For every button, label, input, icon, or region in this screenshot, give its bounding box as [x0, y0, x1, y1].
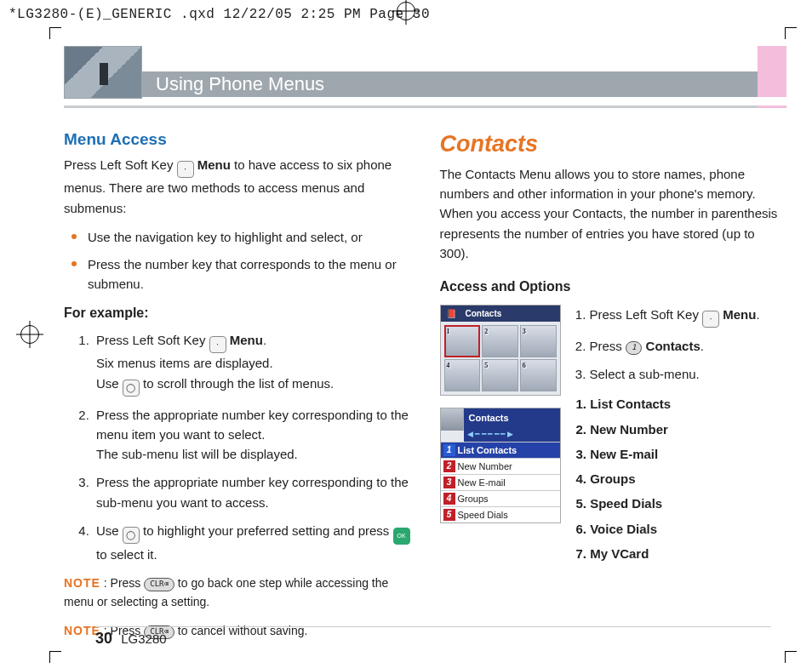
softkey-icon: · — [177, 161, 194, 178]
model-number: LG3280 — [121, 631, 166, 646]
list-item: 6. Voice Dials — [576, 519, 787, 539]
list-item: Press the appropriate number key corresp… — [93, 405, 411, 465]
clr-key-icon: CLR⌫ — [144, 578, 174, 591]
list-item: Press Left Soft Key · Menu. — [590, 305, 787, 328]
column-right: Contacts The Contacts Menu allows you to… — [440, 127, 787, 640]
list-item: 3. New E-mail — [576, 444, 787, 464]
list-item: Select a sub-menu. — [590, 364, 787, 384]
contacts-intro: The Contacts Menu allows you to store na… — [440, 164, 787, 263]
bullet-list: Use the navigation key to highlight and … — [64, 223, 411, 294]
softkey-icon: · — [702, 311, 719, 328]
list-item: Press Left Soft Key · Menu. Six menus it… — [93, 330, 411, 396]
submenu-list: 1. List Contacts 2. New Number 3. New E-… — [573, 394, 787, 563]
page-content: Using Phone Menus Menu Access Press Left… — [64, 46, 786, 640]
crop-mark-icon — [49, 27, 61, 39]
heading-menu-access: Menu Access — [64, 127, 411, 151]
list-item: 4. Groups — [576, 469, 787, 488]
contacts-book-icon — [441, 408, 464, 431]
intro-paragraph: Press Left Soft Key · Menu to have acces… — [64, 155, 411, 218]
column-left: Menu Access Press Left Soft Key · Menu t… — [64, 127, 411, 640]
chapter-banner: Using Phone Menus — [64, 46, 786, 97]
screenshot-main-menu: 📕 Contacts 1 2 3 4 5 6 — [440, 305, 561, 397]
list-item: Use ◯ to highlight your preferred settin… — [93, 521, 411, 564]
list-item: 5. Speed Dials — [576, 494, 787, 513]
numbered-steps: Press Left Soft Key · Menu. Six menus it… — [64, 330, 411, 564]
banner-photo — [64, 46, 142, 99]
heading-example: For example: — [64, 303, 411, 324]
heading-access-options: Access and Options — [440, 277, 787, 298]
access-steps: Press Left Soft Key · Menu. Press 1 Cont… — [573, 305, 787, 576]
ok-key-icon: OK — [393, 528, 410, 545]
crop-mark-icon — [49, 651, 61, 663]
page-footer: 30 LG3280 — [95, 630, 167, 648]
nav-ring-icon: ◯ — [123, 380, 140, 397]
crop-mark-icon — [785, 651, 797, 663]
nav-ring-icon: ◯ — [123, 527, 140, 544]
book-icon: 📕 — [446, 307, 454, 321]
list-item: Use the navigation key to highlight and … — [88, 223, 411, 247]
list-item: 1. List Contacts — [576, 394, 787, 414]
screenshot-contacts-submenu: Contacts ◀ ━ ━ ━ ━ ━ ▶ 1List Contacts 2N… — [440, 408, 561, 523]
registration-mark-icon — [20, 325, 39, 344]
footer-divider — [95, 626, 771, 627]
divider — [64, 106, 786, 108]
list-item: Press 1 Contacts. — [590, 336, 787, 356]
registration-mark-icon — [397, 2, 415, 20]
heading-contacts: Contacts — [440, 127, 787, 163]
banner-title-wrap: Using Phone Menus — [142, 46, 758, 97]
banner-accent — [758, 46, 786, 97]
list-item: Press the appropriate number key corresp… — [93, 472, 411, 512]
number-key-icon: 1 — [626, 341, 642, 355]
page-number: 30 — [95, 630, 112, 647]
chapter-title: Using Phone Menus — [142, 71, 758, 97]
softkey-icon: · — [209, 336, 226, 353]
list-item: 7. My VCard — [576, 544, 787, 563]
list-item: Press the number key that corresponds to… — [88, 250, 411, 294]
list-item: 2. New Number — [576, 420, 787, 439]
phone-screenshots: 📕 Contacts 1 2 3 4 5 6 — [440, 305, 561, 535]
note-1: NOTE : Press CLR⌫ to go back one step wh… — [64, 574, 411, 611]
crop-mark-icon — [785, 27, 797, 39]
